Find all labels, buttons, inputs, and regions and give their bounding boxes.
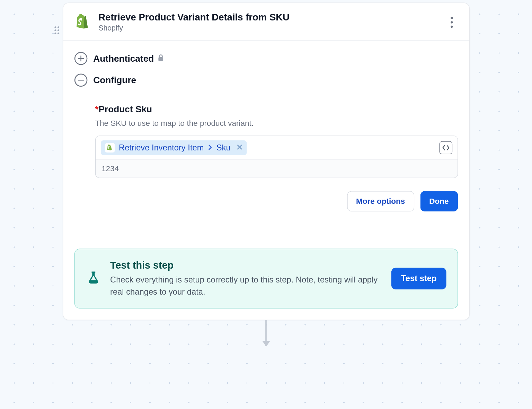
svg-rect-0 [158,57,163,61]
section-configure-label: Configure [93,75,136,85]
lock-icon [157,53,164,64]
field-label: Product Sku [98,104,152,114]
resolved-value: 1234 [96,159,458,178]
step-card: Retrieve Product Variant Details from SK… [63,3,470,320]
test-description: Check everything is setup correctly up t… [110,274,382,298]
reference-pill[interactable]: Retrieve Inventory Item Sku [101,140,247,155]
required-indicator: * [95,104,98,114]
field-product-sku: *Product Sku The SKU to use to map to th… [95,104,458,211]
flask-icon [86,270,101,287]
collapse-icon [74,74,87,87]
test-title: Test this step [110,260,382,271]
test-step-banner: Test this step Check everything is setup… [74,249,458,309]
flow-connector [265,320,267,346]
product-sku-input[interactable]: Retrieve Inventory Item Sku [95,136,458,178]
section-authenticated-label: Authenticated [93,53,154,64]
formula-mode-button[interactable] [439,141,452,155]
field-description: The SKU to use to map to the product var… [95,119,458,128]
pill-source: Retrieve Inventory Item [119,143,204,153]
test-step-button[interactable]: Test step [391,268,446,290]
section-configure[interactable]: Configure [74,74,458,87]
done-button[interactable]: Done [420,191,458,211]
remove-pill-button[interactable] [237,144,242,152]
more-menu-button[interactable] [446,17,458,27]
drag-handle[interactable] [54,26,59,34]
step-subtitle: Shopify [98,24,446,33]
section-authenticated[interactable]: Authenticated [74,52,458,65]
shopify-icon [105,143,115,153]
more-options-button[interactable]: More options [347,191,414,211]
shopify-icon [74,14,91,31]
expand-icon [74,52,87,65]
step-title: Retrieve Product Variant Details from SK… [98,12,446,23]
card-header: Retrieve Product Variant Details from SK… [63,3,469,41]
chevron-right-icon [208,143,212,153]
pill-field: Sku [216,143,231,153]
